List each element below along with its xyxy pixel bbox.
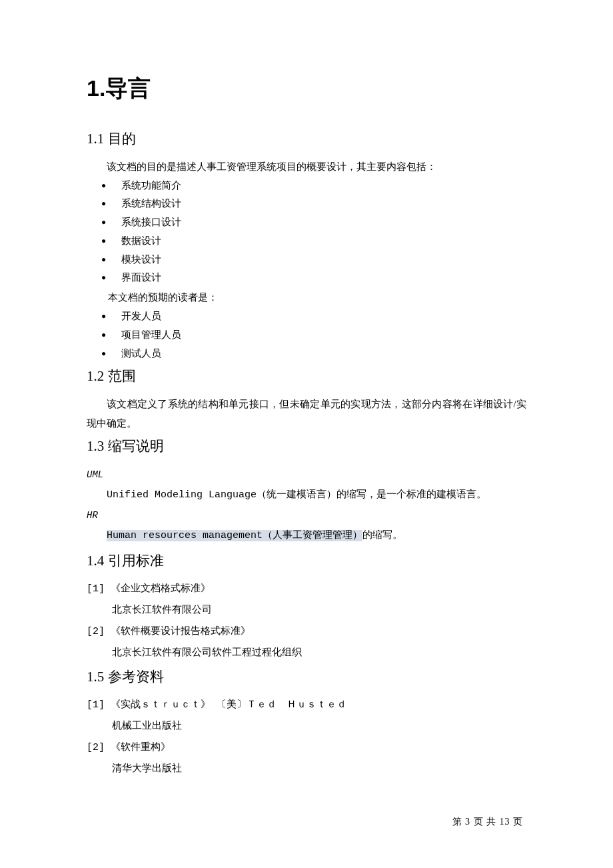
section-1-1-bullets-1: 系统功能简介 系统结构设计 系统接口设计 数据设计 模块设计 界面设计 (87, 177, 526, 288)
section-1-1-bullets-2: 开发人员 项目管理人员 测试人员 (87, 307, 526, 363)
ref-line: 清华大学出版社 (87, 758, 526, 778)
term-uml: UML (87, 465, 526, 485)
list-item: 系统功能简介 (119, 177, 526, 195)
section-1-2-heading: 1.2 范围 (87, 367, 526, 385)
ref-item-1: [1] 《实战ｓｔｒｕｃｔ》 〔美〕Ｔｅｄ Ｈｕｓｔｅｄ 机械工业出版社 (87, 695, 526, 735)
ref-item-1: [1] 《企业文档格式标准》 北京长江软件有限公司 (87, 579, 526, 619)
ref-line: [1] 《企业文档格式标准》 (87, 579, 526, 599)
ref-line: [2] 《软件重构》 (87, 738, 526, 758)
ref-line: 北京长江软件有限公司软件工程过程化组织 (87, 642, 526, 662)
term-hr: HR (87, 505, 526, 526)
def-uml: Unified Modeling Language（统一建模语言）的缩写，是一个… (87, 485, 526, 505)
list-item: 数据设计 (119, 232, 526, 251)
ref-item-2: [2] 《软件概要设计报告格式标准》 北京长江软件有限公司软件工程过程化组织 (87, 622, 526, 662)
section-1-4-heading: 1.4 引用标准 (87, 551, 526, 570)
list-item: 系统结构设计 (119, 195, 526, 213)
section-1-1-heading: 1.1 目的 (87, 129, 526, 148)
ref-item-2: [2] 《软件重构》 清华大学出版社 (87, 738, 526, 778)
list-item: 开发人员 (119, 307, 526, 326)
ref-line: [2] 《软件概要设计报告格式标准》 (87, 622, 526, 642)
list-item: 项目管理人员 (119, 326, 526, 345)
list-item: 界面设计 (119, 269, 526, 287)
section-1-5-heading: 1.5 参考资料 (87, 667, 526, 686)
highlighted-text: Human resources management（人事工资管理管理） (107, 530, 362, 541)
section-1-1-mid: 本文档的预期的读者是： (87, 287, 526, 307)
ref-line: [1] 《实战ｓｔｒｕｃｔ》 〔美〕Ｔｅｄ Ｈｕｓｔｅｄ (87, 695, 526, 715)
def-hr: Human resources management（人事工资管理管理）的缩写。 (87, 526, 526, 546)
page-footer: 第 3 页 共 13 页 (452, 816, 524, 828)
list-item: 模块设计 (119, 251, 526, 269)
list-item: 系统接口设计 (119, 213, 526, 232)
section-1-1-intro: 该文档的目的是描述人事工资管理系统项目的概要设计，其主要内容包括： (87, 157, 526, 177)
list-item: 测试人员 (119, 345, 526, 363)
section-1-3-heading: 1.3 缩写说明 (87, 437, 526, 455)
document-title: 1.导言 (87, 73, 526, 104)
section-1-2-body: 该文档定义了系统的结构和单元接口，但未确定单元的实现方法，这部分内容将在详细设计… (87, 395, 526, 433)
ref-line: 机械工业出版社 (87, 715, 526, 735)
ref-line: 北京长江软件有限公司 (87, 599, 526, 619)
